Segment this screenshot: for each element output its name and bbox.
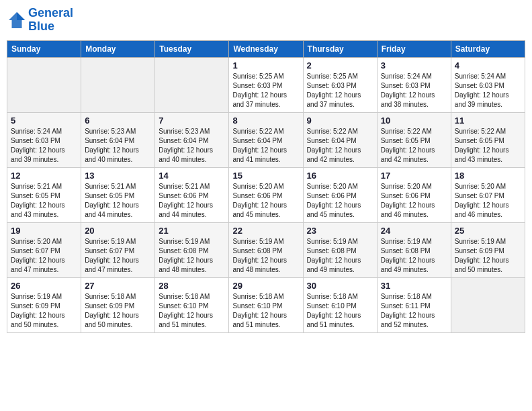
day-info: Sunrise: 5:20 AM Sunset: 6:06 PM Dayligh… [307, 182, 373, 220]
day-info: Sunrise: 5:20 AM Sunset: 6:07 PM Dayligh… [11, 237, 77, 275]
calendar-cell: 11Sunrise: 5:22 AM Sunset: 6:05 PM Dayli… [451, 112, 525, 167]
day-info: Sunrise: 5:24 AM Sunset: 6:03 PM Dayligh… [381, 72, 447, 109]
day-info: Sunrise: 5:19 AM Sunset: 6:08 PM Dayligh… [381, 237, 447, 275]
day-number: 26 [11, 281, 77, 291]
calendar-cell: 4Sunrise: 5:24 AM Sunset: 6:03 PM Daylig… [451, 57, 525, 112]
calendar-cell: 3Sunrise: 5:24 AM Sunset: 6:03 PM Daylig… [377, 57, 451, 112]
calendar-cell: 8Sunrise: 5:22 AM Sunset: 6:04 PM Daylig… [229, 112, 303, 167]
calendar-cell [155, 57, 229, 112]
weekday-header-saturday: Saturday [451, 40, 525, 57]
day-info: Sunrise: 5:25 AM Sunset: 6:03 PM Dayligh… [307, 72, 373, 109]
day-number: 1 [232, 60, 299, 71]
calendar-cell: 7Sunrise: 5:23 AM Sunset: 6:04 PM Daylig… [155, 112, 229, 167]
day-info: Sunrise: 5:18 AM Sunset: 6:11 PM Dayligh… [381, 292, 447, 330]
day-info: Sunrise: 5:20 AM Sunset: 6:07 PM Dayligh… [455, 182, 521, 220]
day-info: Sunrise: 5:23 AM Sunset: 6:04 PM Dayligh… [85, 127, 151, 165]
week-row-4: 19Sunrise: 5:20 AM Sunset: 6:07 PM Dayli… [7, 222, 525, 277]
day-info: Sunrise: 5:20 AM Sunset: 6:06 PM Dayligh… [381, 182, 447, 220]
weekday-header-sunday: Sunday [7, 40, 81, 57]
day-number: 11 [455, 116, 521, 126]
calendar-cell: 24Sunrise: 5:19 AM Sunset: 6:08 PM Dayli… [377, 222, 451, 277]
calendar-cell: 10Sunrise: 5:22 AM Sunset: 6:05 PM Dayli… [377, 112, 451, 167]
day-info: Sunrise: 5:19 AM Sunset: 6:07 PM Dayligh… [85, 237, 151, 275]
calendar-cell: 18Sunrise: 5:20 AM Sunset: 6:07 PM Dayli… [451, 167, 525, 222]
calendar-cell: 26Sunrise: 5:19 AM Sunset: 6:09 PM Dayli… [7, 277, 81, 332]
calendar-cell: 19Sunrise: 5:20 AM Sunset: 6:07 PM Dayli… [7, 222, 81, 277]
calendar-cell: 23Sunrise: 5:19 AM Sunset: 6:08 PM Dayli… [303, 222, 377, 277]
day-number: 5 [11, 116, 77, 126]
day-number: 19 [11, 226, 77, 236]
day-number: 2 [307, 60, 373, 71]
day-number: 9 [307, 116, 373, 126]
page-header: General Blue [7, 7, 525, 34]
calendar-cell: 12Sunrise: 5:21 AM Sunset: 6:05 PM Dayli… [7, 167, 81, 222]
day-number: 16 [307, 171, 373, 181]
logo-text: General Blue [28, 7, 73, 34]
svg-marker-2 [17, 12, 25, 20]
calendar-cell: 15Sunrise: 5:20 AM Sunset: 6:06 PM Dayli… [229, 167, 303, 222]
calendar-cell: 27Sunrise: 5:18 AM Sunset: 6:09 PM Dayli… [81, 277, 155, 332]
day-number: 27 [85, 281, 151, 291]
weekday-header-friday: Friday [377, 40, 451, 57]
day-number: 14 [159, 171, 225, 181]
day-info: Sunrise: 5:18 AM Sunset: 6:10 PM Dayligh… [232, 292, 299, 330]
calendar-cell [7, 57, 81, 112]
calendar-cell: 5Sunrise: 5:24 AM Sunset: 6:03 PM Daylig… [7, 112, 81, 167]
calendar-cell: 9Sunrise: 5:22 AM Sunset: 6:04 PM Daylig… [303, 112, 377, 167]
day-number: 10 [381, 116, 447, 126]
calendar-cell: 28Sunrise: 5:18 AM Sunset: 6:10 PM Dayli… [155, 277, 229, 332]
week-row-3: 12Sunrise: 5:21 AM Sunset: 6:05 PM Dayli… [7, 167, 525, 222]
calendar-cell: 31Sunrise: 5:18 AM Sunset: 6:11 PM Dayli… [377, 277, 451, 332]
day-info: Sunrise: 5:21 AM Sunset: 6:05 PM Dayligh… [11, 182, 77, 220]
day-number: 15 [232, 171, 299, 181]
weekday-header-thursday: Thursday [303, 40, 377, 57]
day-info: Sunrise: 5:21 AM Sunset: 6:06 PM Dayligh… [159, 182, 225, 220]
day-info: Sunrise: 5:19 AM Sunset: 6:09 PM Dayligh… [455, 237, 521, 275]
day-number: 18 [455, 171, 521, 181]
day-number: 13 [85, 171, 151, 181]
calendar-cell: 14Sunrise: 5:21 AM Sunset: 6:06 PM Dayli… [155, 167, 229, 222]
logo-icon [7, 10, 27, 30]
calendar-cell: 13Sunrise: 5:21 AM Sunset: 6:05 PM Dayli… [81, 167, 155, 222]
calendar-cell: 6Sunrise: 5:23 AM Sunset: 6:04 PM Daylig… [81, 112, 155, 167]
week-row-1: 1Sunrise: 5:25 AM Sunset: 6:03 PM Daylig… [7, 57, 525, 112]
weekday-header-monday: Monday [81, 40, 155, 57]
day-info: Sunrise: 5:24 AM Sunset: 6:03 PM Dayligh… [11, 127, 77, 165]
calendar-cell: 16Sunrise: 5:20 AM Sunset: 6:06 PM Dayli… [303, 167, 377, 222]
week-row-5: 26Sunrise: 5:19 AM Sunset: 6:09 PM Dayli… [7, 277, 525, 332]
day-info: Sunrise: 5:18 AM Sunset: 6:10 PM Dayligh… [307, 292, 373, 330]
day-info: Sunrise: 5:18 AM Sunset: 6:09 PM Dayligh… [85, 292, 151, 330]
day-number: 25 [455, 226, 521, 236]
day-number: 22 [232, 226, 299, 236]
calendar-cell [451, 277, 525, 332]
day-info: Sunrise: 5:21 AM Sunset: 6:05 PM Dayligh… [85, 182, 151, 220]
day-info: Sunrise: 5:19 AM Sunset: 6:08 PM Dayligh… [307, 237, 373, 275]
calendar-cell: 29Sunrise: 5:18 AM Sunset: 6:10 PM Dayli… [229, 277, 303, 332]
day-info: Sunrise: 5:20 AM Sunset: 6:06 PM Dayligh… [232, 182, 299, 220]
day-info: Sunrise: 5:22 AM Sunset: 6:04 PM Dayligh… [232, 127, 299, 165]
day-number: 4 [455, 60, 521, 71]
day-number: 6 [85, 116, 151, 126]
day-info: Sunrise: 5:25 AM Sunset: 6:03 PM Dayligh… [232, 72, 299, 109]
day-number: 20 [85, 226, 151, 236]
day-number: 29 [232, 281, 299, 291]
day-number: 17 [381, 171, 447, 181]
day-info: Sunrise: 5:23 AM Sunset: 6:04 PM Dayligh… [159, 127, 225, 165]
day-info: Sunrise: 5:22 AM Sunset: 6:05 PM Dayligh… [455, 127, 521, 165]
day-number: 30 [307, 281, 373, 291]
day-info: Sunrise: 5:19 AM Sunset: 6:08 PM Dayligh… [159, 237, 225, 275]
day-number: 3 [381, 60, 447, 71]
calendar-cell: 2Sunrise: 5:25 AM Sunset: 6:03 PM Daylig… [303, 57, 377, 112]
day-number: 31 [381, 281, 447, 291]
day-number: 7 [159, 116, 225, 126]
calendar-cell: 17Sunrise: 5:20 AM Sunset: 6:06 PM Dayli… [377, 167, 451, 222]
calendar-cell: 21Sunrise: 5:19 AM Sunset: 6:08 PM Dayli… [155, 222, 229, 277]
calendar-table: SundayMondayTuesdayWednesdayThursdayFrid… [7, 40, 525, 333]
calendar-cell: 22Sunrise: 5:19 AM Sunset: 6:08 PM Dayli… [229, 222, 303, 277]
day-info: Sunrise: 5:22 AM Sunset: 6:04 PM Dayligh… [307, 127, 373, 165]
day-number: 8 [232, 116, 299, 126]
day-info: Sunrise: 5:19 AM Sunset: 6:08 PM Dayligh… [232, 237, 299, 275]
week-row-2: 5Sunrise: 5:24 AM Sunset: 6:03 PM Daylig… [7, 112, 525, 167]
day-info: Sunrise: 5:22 AM Sunset: 6:05 PM Dayligh… [381, 127, 447, 165]
calendar-cell: 20Sunrise: 5:19 AM Sunset: 6:07 PM Dayli… [81, 222, 155, 277]
